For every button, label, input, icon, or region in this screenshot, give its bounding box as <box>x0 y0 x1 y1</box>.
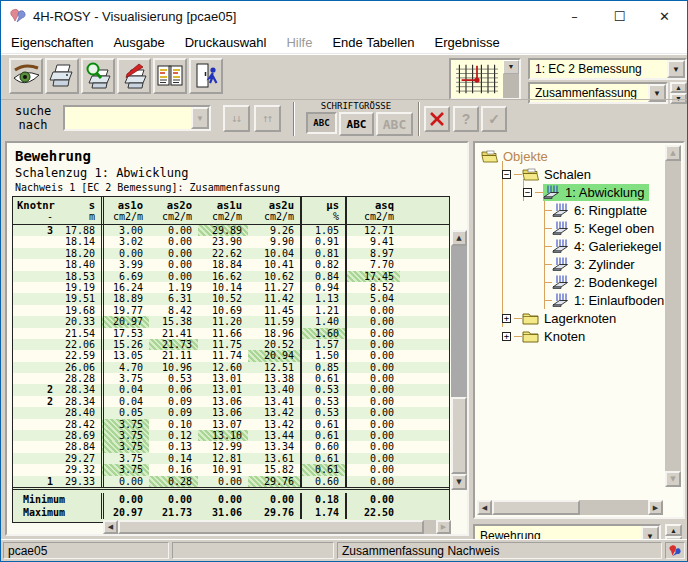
cell-filler <box>400 373 449 384</box>
tree-vscrollbar-track[interactable] <box>665 145 681 487</box>
tree-item-lagerknoten[interactable]: +Lagerknoten <box>477 309 665 327</box>
cell-value: 0.00 <box>345 419 400 430</box>
tree-item-knoten[interactable]: +Knoten <box>477 327 665 345</box>
tree-item-content[interactable]: 6: Ringplatte <box>552 202 651 219</box>
menu-item-hilfe[interactable]: Hilfe <box>276 33 322 52</box>
menu-item-eigenschaften[interactable]: Eigenschaften <box>1 33 103 52</box>
search-combo[interactable]: ▼ <box>63 105 211 131</box>
print-button[interactable] <box>45 58 79 94</box>
table-layout-track[interactable] <box>503 74 519 98</box>
menu-item-druckauswahl[interactable]: Druckauswahl <box>175 33 277 52</box>
cell-filler <box>400 225 449 236</box>
tree-item-content[interactable]: Objekte <box>481 148 552 165</box>
table-scroll-right-icon[interactable]: ▶ <box>436 520 451 534</box>
search-prev-button[interactable]: ↑↑ <box>254 105 281 132</box>
tree-item-content[interactable]: Lagerknoten <box>522 310 620 327</box>
tree-item-content[interactable]: 2: Bodenkegel <box>552 274 661 291</box>
table-layout-combo[interactable]: ▼ <box>449 58 521 100</box>
table-row: 29.273.750.1412.8113.610.610.00 <box>13 453 449 464</box>
table-row: 28.423.750.1013.0713.420.610.00 <box>13 419 449 430</box>
table-scroll-left-icon[interactable]: ◀ <box>103 520 118 534</box>
spinner-up-icon[interactable]: ▲ <box>670 82 687 93</box>
expand-icon[interactable]: + <box>502 314 511 323</box>
tree-item-objekte[interactable]: Objekte <box>477 147 665 165</box>
cell-value: 1.13 <box>300 293 345 304</box>
cell-knotnr <box>13 236 59 247</box>
cell-value: 0.00 <box>345 430 400 441</box>
expand-icon[interactable]: + <box>502 332 511 341</box>
tree-item-4-galeriekegel[interactable]: 4: Galeriekegel <box>477 237 665 255</box>
table-scroll-down-icon[interactable]: ▼ <box>451 474 467 490</box>
tree-scroll-right-icon[interactable]: ▶ <box>648 500 663 515</box>
tree-item-1-einlaufboden[interactable]: 1: Einlaufboden <box>477 291 665 309</box>
eye-icon <box>12 62 40 90</box>
table-vscrollbar-thumb[interactable] <box>451 397 467 474</box>
collapse-icon[interactable]: − <box>523 188 532 197</box>
table-row: 29.323.750.1610.9115.820.610.00 <box>13 464 449 475</box>
tree-item-content[interactable]: Knoten <box>522 328 589 345</box>
nachweis-combo[interactable]: 1: EC 2 Bemessung ▼ <box>528 58 687 80</box>
table-row: 28.843.750.1312.9913.340.600.00 <box>13 441 449 452</box>
cell-value: 0.85 <box>300 362 345 373</box>
cell-filler <box>400 476 449 487</box>
close-button[interactable]: ✕ <box>642 1 687 31</box>
cell-filler <box>400 259 449 270</box>
minimize-button[interactable]: – <box>552 1 597 31</box>
table-row: 18.143.020.0023.909.900.919.41 <box>13 236 449 247</box>
tree-hscrollbar-thumb[interactable] <box>492 500 580 515</box>
tree-item-5-kegel-oben[interactable]: 5: Kegel oben <box>477 219 665 237</box>
menu-item-ausgabe[interactable]: Ausgabe <box>103 33 174 52</box>
tree-item-1-abwicklung[interactable]: −1: Abwicklung <box>477 183 665 201</box>
maximize-button[interactable]: ☐ <box>597 1 642 31</box>
print-settings-button[interactable] <box>117 58 151 94</box>
view-button[interactable] <box>9 58 43 94</box>
cell-value: 13.42 <box>248 419 300 430</box>
fontsize-large-button[interactable]: ABC <box>376 112 413 136</box>
help-button[interactable]: ? <box>453 106 479 132</box>
table-hscrollbar-thumb[interactable] <box>118 520 424 534</box>
tree-item-content[interactable]: 5: Kegel oben <box>552 220 658 237</box>
pcae-logo <box>665 542 685 559</box>
cell-filler <box>400 506 449 519</box>
tree-scroll-down-icon[interactable]: ▼ <box>665 471 681 487</box>
cell-value: 17.53 <box>101 328 149 339</box>
tree-item-6-ringplatte[interactable]: 6: Ringplatte <box>477 201 665 219</box>
fontsize-medium-button[interactable]: ABC <box>339 112 374 136</box>
confirm-button[interactable]: ✓ <box>481 106 507 132</box>
tree-item-content[interactable]: 3: Zylinder <box>552 256 639 273</box>
search-next-button[interactable]: ↓↓ <box>223 105 250 132</box>
tree-item-content[interactable]: 4: Galeriekegel <box>552 238 665 255</box>
cell-s: 19.68 <box>59 305 101 316</box>
spinner-up-icon[interactable]: ▲ <box>665 524 682 536</box>
print-preview-button[interactable] <box>81 58 115 94</box>
tree-scroll-left-icon[interactable]: ◀ <box>477 500 492 515</box>
cancel-button[interactable] <box>424 106 450 132</box>
tree-item-3-zylinder[interactable]: 3: Zylinder <box>477 255 665 273</box>
cell-value: 0.00 <box>149 271 198 282</box>
search-dropdown-icon[interactable]: ▼ <box>191 107 209 129</box>
fontsize-small-button[interactable]: ABC <box>306 112 337 134</box>
column-header-as2o: as2ocm2/m <box>149 197 198 224</box>
collapse-icon[interactable]: − <box>502 170 511 179</box>
menu-item-ergebnisse[interactable]: Ergebnisse <box>425 33 510 52</box>
tree-item-content[interactable]: 1: Abwicklung <box>543 184 649 201</box>
fontsize-label: SCHRIFTGRÖSSE <box>303 101 409 111</box>
tree-item-content[interactable]: Schalen <box>522 166 595 183</box>
cell-value: 13.41 <box>248 396 300 407</box>
menu-item-ende-tabellen[interactable]: Ende Tabellen <box>322 33 424 52</box>
cell-value: 20.97 <box>101 316 149 327</box>
tree-scroll-up-icon[interactable]: ▲ <box>665 145 681 161</box>
nachweis-dropdown-icon[interactable]: ▼ <box>667 60 685 78</box>
tree-item-schalen[interactable]: −Schalen <box>477 165 665 183</box>
cell-s: 29.33 <box>59 476 101 487</box>
cell-value: 0.61 <box>300 453 345 464</box>
tree-item-2-bodenkegel[interactable]: 2: Bodenkegel <box>477 273 665 291</box>
table-layout-dropdown[interactable]: ▼ <box>503 60 519 74</box>
report-book-button[interactable] <box>153 58 187 94</box>
table-row: 20.3320.9715.3811.2011.591.400.00 <box>13 316 449 327</box>
status-project: pcae05 <box>3 542 169 559</box>
exit-button[interactable] <box>189 58 223 94</box>
cell-value: 12.60 <box>198 362 248 373</box>
table-scroll-up-icon[interactable]: ▲ <box>451 230 467 246</box>
tree-item-content[interactable]: 1: Einlaufboden <box>552 292 665 309</box>
